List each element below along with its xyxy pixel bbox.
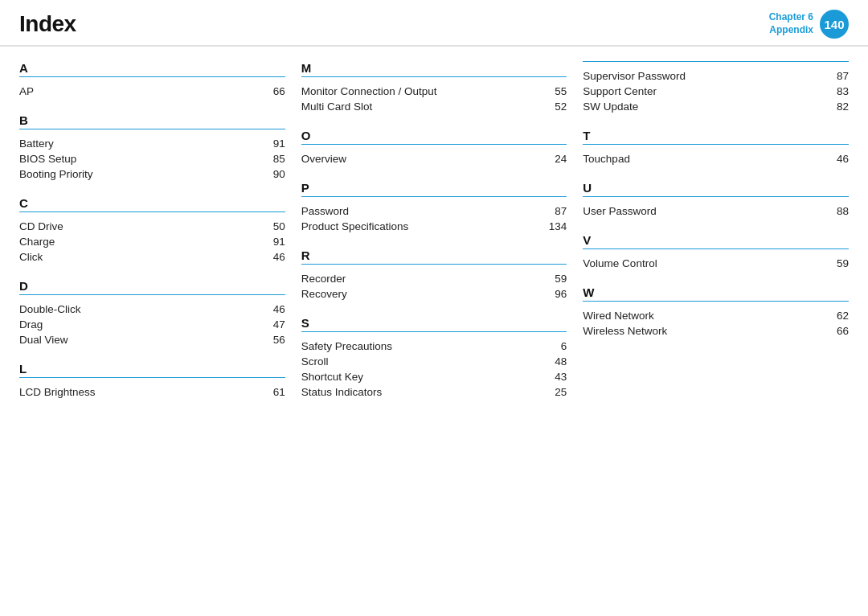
section-1-4: SSafety Precautions6Scroll48Shortcut Key… [301, 316, 567, 400]
item-page: 85 [261, 153, 285, 165]
section-1-3: RRecorder59Recovery96 [301, 248, 567, 302]
item-name: Booting Priority [19, 168, 93, 180]
item-name: Double-Click [19, 303, 81, 315]
section-1-0: MMonitor Connection / Output55Multi Card… [301, 61, 567, 114]
item-name: Wired Network [583, 310, 654, 322]
item-page: 48 [542, 355, 567, 368]
item-page: 91 [261, 138, 285, 150]
index-item: Double-Click46 [19, 302, 285, 317]
index-item: Support Center83 [583, 84, 849, 99]
page-badge: 140 [820, 10, 849, 39]
item-page: 61 [261, 386, 285, 398]
item-page: 52 [542, 101, 567, 113]
index-item: Battery91 [19, 136, 285, 151]
index-item: SW Update82 [583, 99, 849, 114]
section-letter: U [583, 181, 849, 195]
chapter-label: Chapter 6 Appendix [769, 11, 813, 36]
page-header: Index Chapter 6 Appendix 140 [0, 0, 868, 47]
section-divider [583, 196, 849, 197]
index-item: Wireless Network66 [583, 323, 849, 339]
index-item: Supervisor Password87 [583, 68, 849, 84]
item-page: 87 [542, 205, 567, 217]
section-letter: P [301, 181, 567, 195]
item-name: LCD Brightness [19, 386, 96, 398]
section-letter: R [301, 248, 567, 262]
section-divider [583, 248, 849, 249]
item-name: Support Center [583, 85, 657, 97]
index-item: Volume Control59 [583, 256, 849, 271]
item-page: 62 [825, 310, 849, 322]
item-name: Charge [19, 236, 55, 248]
item-page: 56 [261, 334, 285, 346]
item-name: Click [19, 251, 43, 263]
index-item: AP66 [19, 84, 285, 99]
item-page: 43 [542, 371, 567, 383]
section-1-1: OOverview24 [301, 129, 567, 166]
page-title: Index [19, 11, 76, 37]
item-page: 90 [261, 168, 285, 180]
section-0-2: CCD Drive50Charge91Click46 [19, 196, 285, 265]
column-0: AAP66BBattery91BIOS Setup85Booting Prior… [19, 61, 301, 605]
item-name: Recovery [301, 288, 347, 300]
section-divider [19, 129, 285, 129]
item-name: Dual View [19, 334, 68, 346]
item-name: Shortcut Key [301, 371, 363, 383]
item-page: 50 [261, 220, 285, 232]
index-item: BIOS Setup85 [19, 151, 285, 166]
item-name: Touchpad [583, 153, 630, 165]
index-item: Scroll48 [301, 354, 567, 369]
section-divider [19, 294, 285, 295]
item-name: Battery [19, 138, 54, 150]
index-item: Touchpad46 [583, 151, 849, 166]
item-name: SW Update [583, 101, 638, 113]
section-divider [19, 377, 285, 378]
section-divider [583, 301, 849, 302]
item-page: 83 [825, 85, 849, 97]
section-letter: A [19, 61, 285, 75]
item-name: Monitor Connection / Output [301, 85, 437, 97]
item-page: 24 [542, 153, 567, 165]
item-page: 134 [542, 220, 567, 232]
index-item: LCD Brightness61 [19, 384, 285, 400]
item-name: Scroll [301, 355, 329, 368]
item-page: 55 [542, 85, 567, 97]
index-item: Booting Priority90 [19, 166, 285, 182]
section-letter: O [301, 129, 567, 142]
index-item: Recorder59 [301, 271, 567, 286]
item-page: 96 [542, 288, 567, 300]
item-name: Product Specifications [301, 220, 409, 232]
index-item: Monitor Connection / Output55 [301, 84, 567, 99]
column-2: Supervisor Password87Support Center83SW … [583, 61, 849, 605]
index-item: User Password88 [583, 203, 849, 219]
section-divider [19, 211, 285, 212]
item-page: 47 [261, 318, 285, 331]
section-2-1: TTouchpad46 [583, 129, 849, 166]
section-divider [301, 264, 567, 265]
item-page: 46 [261, 303, 285, 315]
index-item: Overview24 [301, 151, 567, 166]
item-name: Overview [301, 153, 346, 165]
section-0-3: DDouble-Click46Drag47Dual View56 [19, 279, 285, 347]
section-divider [301, 144, 567, 145]
item-page: 46 [261, 251, 285, 263]
section-2-4: WWired Network62Wireless Network66 [583, 285, 849, 339]
item-name: Drag [19, 318, 43, 331]
item-name: Recorder [301, 273, 346, 285]
index-item: Click46 [19, 249, 285, 265]
index-item: CD Drive50 [19, 219, 285, 234]
section-divider [19, 76, 285, 77]
index-item: Status Indicators25 [301, 384, 567, 400]
item-page: 66 [261, 85, 285, 97]
section-letter: C [19, 196, 285, 210]
index-item: Product Specifications134 [301, 219, 567, 234]
item-name: Volume Control [583, 257, 657, 269]
section-letter: L [19, 362, 285, 376]
column-1: MMonitor Connection / Output55Multi Card… [301, 61, 583, 605]
item-page: 59 [542, 273, 567, 285]
section-2-3: VVolume Control59 [583, 233, 849, 271]
item-page: 66 [825, 325, 849, 337]
section-letter: V [583, 233, 849, 247]
item-page: 91 [261, 236, 285, 248]
item-name: Multi Card Slot [301, 101, 373, 113]
item-page: 59 [825, 257, 849, 269]
